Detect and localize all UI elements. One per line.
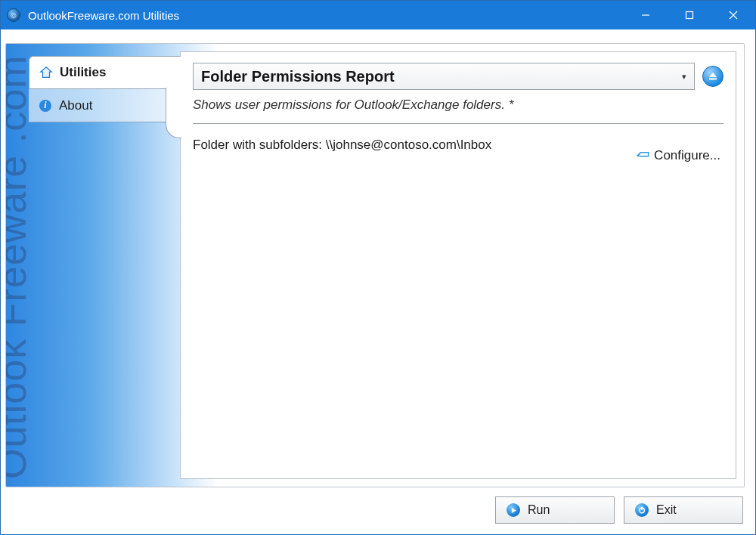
maximize-button[interactable] <box>668 1 711 29</box>
divider <box>193 123 723 124</box>
titlebar[interactable]: OutlookFreeware.com Utilities <box>1 1 755 29</box>
eject-button[interactable] <box>702 66 723 87</box>
run-label: Run <box>528 503 550 517</box>
minimize-button[interactable] <box>624 1 668 29</box>
exit-button[interactable]: Exit <box>624 496 743 524</box>
home-icon <box>39 65 54 80</box>
info-icon: i <box>38 98 53 113</box>
tab-utilities[interactable]: Utilities <box>29 56 181 89</box>
close-button[interactable] <box>711 1 755 29</box>
main-panel: Folder Permissions Report ▾ Shows user p… <box>180 51 736 479</box>
configure-label: Configure... <box>654 148 720 163</box>
outer-frame: Outlook Freeware .com Utilities i About <box>5 43 745 487</box>
tag-icon <box>636 147 649 164</box>
folder-path-text: Folder with subfolders: \\johnse@contoso… <box>193 138 491 153</box>
app-icon <box>7 8 20 22</box>
report-header: Folder Permissions Report ▾ <box>193 63 723 90</box>
svg-rect-1 <box>686 12 693 19</box>
run-button[interactable]: Run <box>495 496 615 524</box>
power-icon <box>635 503 649 517</box>
tab-label: Utilities <box>60 65 106 80</box>
tab-label: About <box>59 98 92 113</box>
configure-button[interactable]: Configure... <box>633 145 723 165</box>
report-title: Folder Permissions Report <box>201 68 395 85</box>
bottom-bar: Run Exit <box>5 487 745 528</box>
app-window: OutlookFreeware.com Utilities Outlook Fr… <box>0 0 756 535</box>
sidebar: Utilities i About <box>6 51 180 479</box>
exit-label: Exit <box>656 503 677 517</box>
tab-about[interactable]: i About <box>29 89 180 122</box>
chevron-down-icon: ▾ <box>682 72 686 82</box>
window-title: OutlookFreeware.com Utilities <box>28 9 179 22</box>
play-icon <box>507 503 520 517</box>
report-description: Shows user permissions for Outlook/Excha… <box>193 97 723 113</box>
folder-row: Folder with subfolders: \\johnse@contoso… <box>193 138 723 165</box>
report-select[interactable]: Folder Permissions Report ▾ <box>193 63 695 90</box>
client-area: Outlook Freeware .com Utilities i About <box>1 29 755 534</box>
svg-rect-4 <box>709 79 717 80</box>
